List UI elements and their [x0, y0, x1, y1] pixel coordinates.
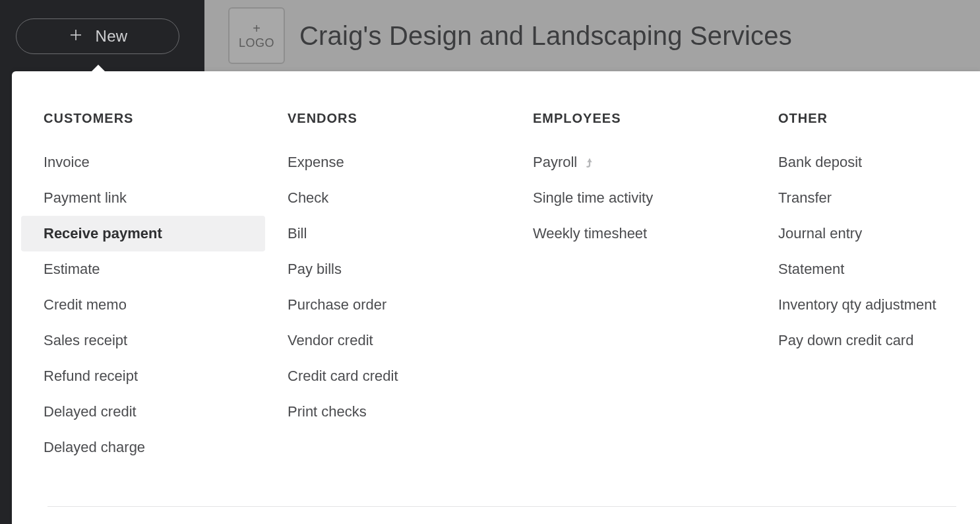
top-banner: + LOGO Craig's Design and Landscaping Se… — [204, 0, 980, 71]
column-customers: CUSTOMERS Invoice Payment link Receive p… — [21, 111, 265, 465]
menu-item-payment-link[interactable]: Payment link — [21, 180, 265, 216]
menu-item-payroll[interactable]: Payroll — [510, 145, 756, 180]
menu-item-label: Payroll — [533, 154, 577, 171]
menu-item-vendor-credit[interactable]: Vendor credit — [265, 323, 510, 358]
column-heading-other: OTHER — [756, 111, 971, 126]
menu-item-label: Journal entry — [778, 225, 862, 242]
menu-item-receive-payment[interactable]: Receive payment — [21, 216, 265, 251]
menu-item-pay-bills[interactable]: Pay bills — [265, 251, 510, 287]
column-vendors: VENDORS Expense Check Bill Pay bills Pur… — [265, 111, 510, 465]
new-dropdown-panel: CUSTOMERS Invoice Payment link Receive p… — [12, 71, 980, 524]
menu-item-label: Print checks — [288, 403, 367, 420]
menu-item-inventory-qty-adjustment[interactable]: Inventory qty adjustment — [756, 287, 971, 323]
menu-item-label: Transfer — [778, 189, 832, 207]
menu-item-weekly-timesheet[interactable]: Weekly timesheet — [510, 216, 756, 251]
menu-item-label: Pay down credit card — [778, 332, 913, 349]
divider — [47, 506, 956, 507]
menu-item-statement[interactable]: Statement — [756, 251, 971, 287]
menu-item-label: Invoice — [44, 154, 90, 171]
menu-item-sales-receipt[interactable]: Sales receipt — [21, 323, 265, 358]
menu-item-invoice[interactable]: Invoice — [21, 145, 265, 180]
menu-item-estimate[interactable]: Estimate — [21, 251, 265, 287]
logo-placeholder[interactable]: + LOGO — [228, 7, 285, 64]
menu-item-credit-memo[interactable]: Credit memo — [21, 287, 265, 323]
menu-item-journal-entry[interactable]: Journal entry — [756, 216, 971, 251]
plus-icon — [68, 27, 84, 46]
menu-item-print-checks[interactable]: Print checks — [265, 394, 510, 430]
menu-item-credit-card-credit[interactable]: Credit card credit — [265, 358, 510, 394]
menu-item-label: Expense — [288, 154, 344, 171]
menu-item-label: Delayed charge — [44, 439, 145, 456]
menu-item-label: Credit card credit — [288, 368, 398, 385]
menu-item-label: Vendor credit — [288, 332, 373, 349]
menu-item-delayed-credit[interactable]: Delayed credit — [21, 394, 265, 430]
menu-item-bank-deposit[interactable]: Bank deposit — [756, 145, 971, 180]
menu-item-delayed-charge[interactable]: Delayed charge — [21, 430, 265, 465]
menu-item-pay-down-credit-card[interactable]: Pay down credit card — [756, 323, 971, 358]
menu-item-purchase-order[interactable]: Purchase order — [265, 287, 510, 323]
menu-item-label: Check — [288, 189, 328, 207]
menu-item-label: Receive payment — [44, 225, 162, 242]
column-employees: EMPLOYEES Payroll Single time activity W… — [510, 111, 756, 465]
menu-item-label: Refund receipt — [44, 368, 138, 385]
column-other: OTHER Bank deposit Transfer Journal entr… — [756, 111, 971, 465]
menu-item-label: Estimate — [44, 261, 100, 278]
menu-item-label: Credit memo — [44, 296, 127, 313]
company-title: Craig's Design and Landscaping Services — [299, 21, 792, 51]
menu-item-label: Bill — [288, 225, 307, 242]
plus-icon: + — [253, 20, 260, 36]
menu-item-single-time-activity[interactable]: Single time activity — [510, 180, 756, 216]
new-button-label: New — [96, 27, 128, 46]
menu-item-label: Inventory qty adjustment — [778, 296, 936, 313]
new-button[interactable]: New — [16, 18, 179, 54]
arrow-up-icon — [584, 156, 596, 168]
menu-item-label: Delayed credit — [44, 403, 137, 420]
menu-item-label: Bank deposit — [778, 154, 862, 171]
menu-item-label: Weekly timesheet — [533, 225, 647, 242]
dropdown-columns: CUSTOMERS Invoice Payment link Receive p… — [12, 71, 980, 489]
menu-item-bill[interactable]: Bill — [265, 216, 510, 251]
menu-item-label: Single time activity — [533, 189, 653, 207]
menu-item-label: Statement — [778, 261, 844, 278]
menu-item-label: Payment link — [44, 189, 127, 207]
menu-item-label: Pay bills — [288, 261, 342, 278]
menu-item-label: Purchase order — [288, 296, 386, 313]
menu-item-expense[interactable]: Expense — [265, 145, 510, 180]
menu-item-transfer[interactable]: Transfer — [756, 180, 971, 216]
logo-text: LOGO — [239, 36, 274, 51]
column-heading-employees: EMPLOYEES — [510, 111, 756, 126]
column-heading-vendors: VENDORS — [265, 111, 510, 126]
column-heading-customers: CUSTOMERS — [21, 111, 265, 126]
menu-item-check[interactable]: Check — [265, 180, 510, 216]
menu-item-label: Sales receipt — [44, 332, 127, 349]
menu-item-refund-receipt[interactable]: Refund receipt — [21, 358, 265, 394]
